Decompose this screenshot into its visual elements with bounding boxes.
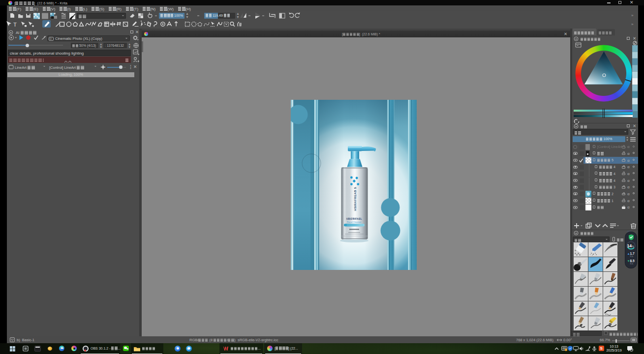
svg-text:D: D: [50, 37, 52, 40]
svg-text:Facial Cleanser: Facial Cleanser: [347, 221, 362, 223]
svg-text:UDIZRIFAEL: UDIZRIFAEL: [346, 218, 362, 220]
svg-text:HSIRAFREAB S: HSIRAFREAB S: [353, 187, 357, 211]
svg-text:T: T: [13, 22, 17, 28]
